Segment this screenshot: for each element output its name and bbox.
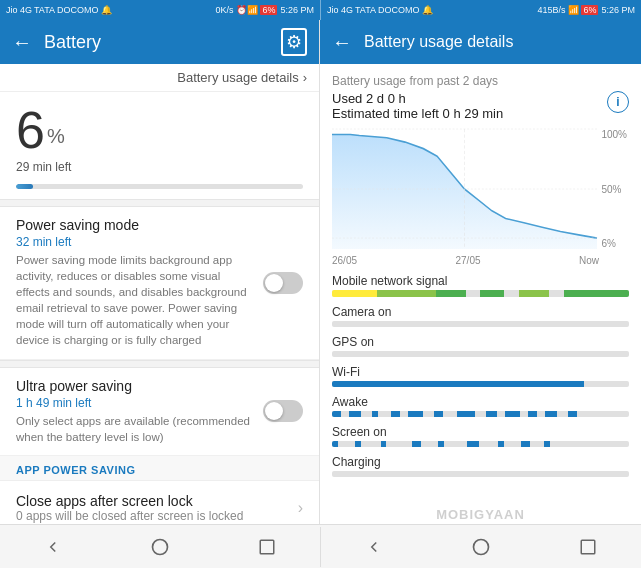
bottom-navigation	[0, 524, 641, 568]
chart-y-100: 100%	[601, 129, 627, 140]
info-icon[interactable]: i	[607, 91, 629, 113]
camera-label: Camera on	[332, 305, 629, 319]
right-notification-icon: 🔔	[422, 5, 433, 15]
battery-usage-link-text: Battery usage details	[177, 70, 298, 85]
chart-x-labels: 26/05 27/05 Now	[332, 255, 629, 266]
battery-estimated: Estimated time left 0 h 29 min	[332, 106, 503, 121]
mobile-signal-item: Mobile network signal	[332, 274, 629, 297]
right-time: 5:26 PM	[601, 5, 635, 15]
mobile-signal-label: Mobile network signal	[332, 274, 629, 288]
left-speed: 0K/s	[215, 5, 233, 15]
right-carrier2: TATA DOCOMO	[355, 5, 420, 15]
nav-recent-button-left[interactable]	[247, 527, 287, 567]
battery-usage-link[interactable]: Battery usage details ›	[0, 64, 319, 92]
power-saving-title: Power saving mode	[16, 217, 255, 233]
left-carrier1: Jio 4G	[6, 5, 32, 15]
wifi-label: Wi-Fi	[332, 365, 629, 379]
left-notification-icon: 🔔	[101, 5, 112, 15]
power-saving-desc: Power saving mode limits background app …	[16, 252, 255, 349]
power-saving-mode-item: Power saving mode 32 min left Power savi…	[0, 207, 319, 360]
left-battery-indicator: 6%	[260, 5, 277, 15]
ultra-power-title: Ultra power saving	[16, 378, 255, 394]
left-signal-icons: ⏰📶	[236, 5, 258, 15]
chart-y-labels: 100% 50% 6%	[599, 129, 629, 249]
screen-item: Screen on	[332, 425, 629, 447]
app-power-saving-header: APP POWER SAVING	[0, 456, 319, 481]
svg-point-4	[152, 539, 167, 554]
wifi-item: Wi-Fi	[332, 365, 629, 387]
right-page-title: Battery usage details	[364, 33, 513, 51]
camera-item: Camera on	[332, 305, 629, 327]
left-app-bar: ← Battery ⚙	[0, 20, 319, 64]
usage-header-text: Battery usage from past 2 days	[332, 74, 629, 88]
battery-time-left: 29 min left	[0, 160, 319, 182]
svg-point-6	[473, 539, 488, 554]
close-apps-subtitle: 0 apps will be closed after screen is lo…	[16, 509, 243, 523]
chart-x-26: 26/05	[332, 255, 357, 266]
battery-chart: 100% 50% 6%	[332, 129, 629, 249]
battery-bar-container	[16, 184, 303, 189]
watermark: MOBIGYAAN	[320, 505, 641, 524]
left-carrier2: TATA DOCOMO	[34, 5, 99, 15]
chart-y-50: 50%	[601, 184, 627, 195]
close-apps-chevron: ›	[298, 499, 303, 517]
svg-rect-7	[581, 540, 595, 554]
awake-item: Awake	[332, 395, 629, 417]
svg-rect-5	[260, 540, 274, 554]
nav-back-button-left[interactable]	[33, 527, 73, 567]
right-carrier1: Jio 4G	[327, 5, 353, 15]
nav-recent-button-right[interactable]	[568, 527, 608, 567]
page-title: Battery	[44, 32, 269, 53]
battery-percentage-number: 6	[16, 104, 45, 156]
left-time: 5:26 PM	[280, 5, 314, 15]
power-saving-subtitle: 32 min left	[16, 235, 255, 249]
close-apps-title: Close apps after screen lock	[16, 493, 243, 509]
battery-bar-fill	[16, 184, 33, 189]
ultra-power-desc: Only select apps are available (recommen…	[16, 413, 255, 445]
screen-label: Screen on	[332, 425, 629, 439]
ultra-power-toggle[interactable]	[263, 400, 303, 422]
battery-percentage-sign: %	[47, 125, 65, 148]
gps-label: GPS on	[332, 335, 629, 349]
settings-icon[interactable]: ⚙	[281, 28, 307, 56]
awake-label: Awake	[332, 395, 629, 409]
nav-home-button-right[interactable]	[461, 527, 501, 567]
back-arrow-icon[interactable]: ←	[12, 31, 32, 54]
charging-label: Charging	[332, 455, 629, 469]
ultra-power-subtitle: 1 h 49 min left	[16, 396, 255, 410]
right-signal-icons: 📶	[568, 5, 579, 15]
chevron-right-icon: ›	[303, 70, 307, 85]
right-app-bar: ← Battery usage details	[320, 20, 641, 64]
nav-home-button-left[interactable]	[140, 527, 180, 567]
power-saving-toggle[interactable]	[263, 272, 303, 294]
close-apps-item[interactable]: Close apps after screen lock 0 apps will…	[0, 481, 319, 524]
right-back-arrow-icon[interactable]: ←	[332, 31, 352, 54]
chart-x-27: 27/05	[455, 255, 480, 266]
gps-item: GPS on	[332, 335, 629, 357]
chart-y-6: 6%	[601, 238, 627, 249]
battery-used: Used 2 d 0 h	[332, 91, 503, 106]
chart-x-now: Now	[579, 255, 599, 266]
right-battery-indicator: 6%	[581, 5, 598, 15]
nav-back-button-right[interactable]	[354, 527, 394, 567]
right-speed: 415B/s	[537, 5, 565, 15]
charging-item: Charging	[332, 455, 629, 477]
ultra-power-saving-item: Ultra power saving 1 h 49 min left Only …	[0, 368, 319, 456]
